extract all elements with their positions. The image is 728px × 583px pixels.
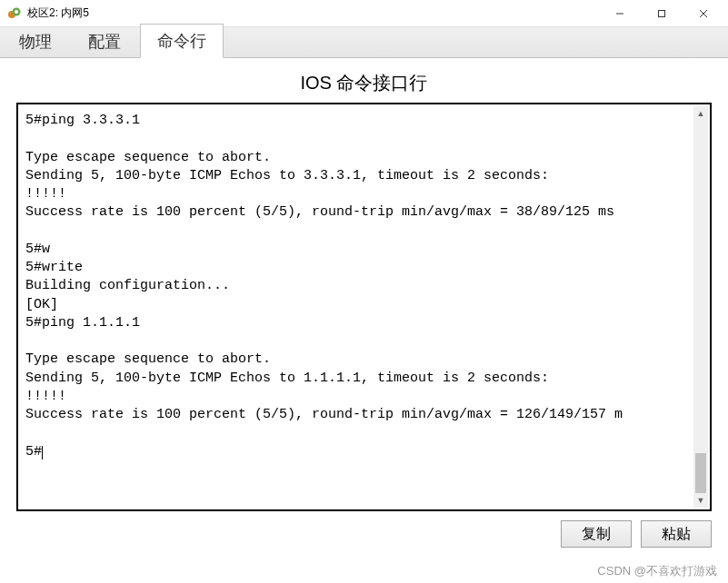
copy-label: 复制: [582, 525, 611, 544]
cli-heading: IOS 命令接口行: [16, 71, 712, 95]
close-button[interactable]: [683, 0, 724, 27]
app-icon: [7, 6, 22, 21]
scroll-track[interactable]: [693, 121, 708, 493]
tab-cli[interactable]: 命令行: [140, 24, 224, 58]
scroll-down-icon[interactable]: ▼: [693, 493, 708, 508]
tab-config[interactable]: 配置: [71, 25, 138, 58]
scroll-up-icon[interactable]: ▲: [693, 106, 708, 121]
minimize-button[interactable]: [599, 0, 641, 27]
button-row: 复制 粘贴: [16, 520, 712, 548]
svg-rect-4: [659, 10, 665, 16]
tab-label: 命令行: [157, 32, 206, 50]
terminal-text: 5#ping 3.3.3.1 Type escape sequence to a…: [25, 113, 623, 459]
maximize-button[interactable]: [641, 0, 683, 27]
terminal-container: 5#ping 3.3.3.1 Type escape sequence to a…: [16, 103, 712, 511]
svg-point-2: [15, 10, 18, 14]
copy-button[interactable]: 复制: [561, 520, 632, 548]
paste-label: 粘贴: [662, 525, 691, 544]
terminal-output[interactable]: 5#ping 3.3.3.1 Type escape sequence to a…: [18, 104, 710, 509]
scroll-thumb[interactable]: [695, 453, 706, 493]
watermark-text: CSDN @不喜欢打游戏: [597, 563, 717, 579]
window-title: 校区2: 内网5: [27, 5, 89, 21]
tab-label: 物理: [19, 33, 52, 51]
paste-button[interactable]: 粘贴: [641, 520, 712, 548]
tab-physical[interactable]: 物理: [2, 25, 69, 58]
terminal-cursor: [42, 446, 43, 459]
window-titlebar: 校区2: 内网5: [0, 0, 728, 27]
tab-bar: 物理 配置 命令行: [0, 27, 728, 58]
tab-label: 配置: [88, 33, 121, 51]
terminal-scrollbar[interactable]: ▲ ▼: [693, 106, 708, 508]
content-area: IOS 命令接口行 5#ping 3.3.3.1 Type escape seq…: [0, 58, 728, 557]
